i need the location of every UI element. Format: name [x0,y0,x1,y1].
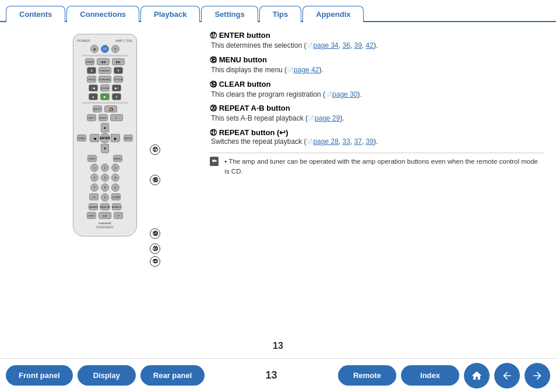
btn-amp[interactable]: A [111,45,119,53]
btn-6[interactable]: 6 [111,174,119,182]
remote-body: POWER AMP CTRL ⏻ CD A TUNER ◀◀ ▶▶ [73,34,137,236]
btn-search-next[interactable]: ▶▶ [112,58,125,65]
btn-search[interactable]: SEARCH [112,203,121,210]
btn-vol-down[interactable]: 🔉 [110,114,123,121]
link-21-1[interactable]: page 28 [313,137,338,146]
tab-playback[interactable]: Playback [140,6,200,22]
link-19-1[interactable]: page 30 [332,90,357,98]
btn-info[interactable]: INFO [87,114,96,121]
page-number: 13 [273,341,283,351]
dpad-up[interactable]: ▲ [101,123,109,132]
btn-mode[interactable]: MODE [124,135,133,142]
remote-row-bottom: DIMMER RANDOM SEARCH [77,203,133,210]
btn-play[interactable]: ▶ [100,93,110,100]
btn-disp[interactable]: DISP [87,212,96,219]
callout-20: ⑳ [150,243,160,254]
btn-plus10[interactable]: +10 [89,193,98,200]
btn-tuner[interactable]: TUNER [85,58,94,65]
btn-forward-icon[interactable] [525,363,550,389]
tab-tips[interactable]: Tips [259,6,302,22]
btn-index[interactable]: Index [401,365,459,386]
btn-8[interactable]: 8 [101,183,109,192]
remote-top-bar: POWER AMP CTRL [77,39,133,43]
btn-5[interactable]: 5 [101,174,109,182]
remote-row-num1: 1 2 3 [77,164,133,172]
entry-18-num: ⑱ [210,56,217,64]
btn-home[interactable]: HOME [77,135,86,142]
btn-home-icon[interactable] [464,363,490,389]
btn-search-prev[interactable]: ◀◀ [97,58,110,65]
link-21-2[interactable]: 33 [342,137,350,146]
dpad-right[interactable]: ▶ [111,134,120,142]
btn-front-panel[interactable]: Front panel [6,365,73,386]
btn-ch-up[interactable]: ⬆ [114,67,123,74]
button-descriptions: ⑰ ENTER button This determines the selec… [198,28,544,349]
remote-row-prev-menu: PREV MENU [77,155,133,162]
entry-20-desc: This sets A-B repeat playback (📄page 29)… [211,114,544,123]
entry-18-title: ⑱ MENU button [210,55,544,65]
callout-17: ⑰ [150,144,160,155]
btn-ch-down[interactable]: ⬇ [87,67,96,74]
link-18-1[interactable]: page 42 [294,66,319,74]
btn-display[interactable]: Display [78,365,136,386]
btn-9[interactable]: 9 [111,183,119,192]
btn-random[interactable]: RANDOM [100,203,110,210]
home-icon [471,370,483,382]
btn-remote[interactable]: Remote [338,365,396,386]
btn-dimmer[interactable]: DIMMER [89,203,98,210]
link-21-3[interactable]: 37 [354,137,362,146]
bottom-nav-right: Remote Index [338,363,556,389]
tab-connections[interactable]: Connections [66,6,139,22]
entry-21-label: REPEAT button (↩) [219,128,288,137]
btn-sound-mode[interactable]: SOUND [100,84,110,91]
btn-mute2[interactable]: MUTE [98,114,108,121]
link-17-3[interactable]: 39 [354,41,362,50]
btn-7[interactable]: 7 [90,183,98,192]
remote-row-4: PROG CHANNEL OPTION [77,76,133,83]
btn-preset[interactable]: PRESET [98,67,111,74]
callout-18: ⑱ [150,175,160,185]
btn-0[interactable]: 0 [101,193,109,202]
btn-mute[interactable]: 🔇 [104,105,117,112]
spacer [99,155,111,162]
btn-back-icon[interactable] [494,363,520,389]
btn-channel[interactable]: CHANNEL [98,76,111,83]
link-17-2[interactable]: 36 [342,41,350,50]
entry-21-title: ㉑ REPEAT button (↩) [210,128,544,137]
btn-power[interactable]: ⏻ [90,45,98,53]
tab-contents[interactable]: Contents [6,6,65,22]
link-21-4[interactable]: 39 [366,137,374,146]
btn-input[interactable]: INPUT [93,105,102,112]
tab-appendix[interactable]: Appendix [302,6,364,22]
page-link-icon-19: 📄 [325,91,332,98]
btn-1[interactable]: 1 [90,164,98,172]
link-17-1[interactable]: page 34 [313,41,338,50]
link-17-4[interactable]: 42 [366,41,374,50]
btn-next-track[interactable]: ▶| [112,84,121,91]
btn-option[interactable]: OPTION [114,76,123,83]
btn-4[interactable]: 4 [90,174,98,182]
btn-prog[interactable]: PROG [87,76,96,83]
btn-3[interactable]: 3 [111,164,119,172]
btn-2[interactable]: 2 [101,164,109,172]
btn-clear[interactable]: CLEAR [111,193,121,200]
btn-stop[interactable]: ■ [89,93,98,100]
dpad-left[interactable]: ◀ [90,134,99,142]
note-icon: ✏ [210,157,219,166]
dpad-down[interactable]: ▼ [101,144,109,153]
link-20-1[interactable]: page 29 [315,114,340,122]
entry-17-label: ENTER button [219,31,270,40]
btn-prev[interactable]: PREV [87,155,97,162]
btn-menu[interactable]: MENU [113,155,122,162]
btn-cd[interactable]: CD [101,45,109,53]
btn-rear-panel[interactable]: Rear panel [140,365,205,386]
entry-19: ⑲ CLEAR button This clears the program r… [210,80,544,100]
page-link-icon-18: 📄 [287,67,294,73]
dpad-enter[interactable]: ENTER [100,133,110,143]
remote-model-number: RC6001MCD [77,225,133,229]
tab-settings[interactable]: Settings [201,6,258,22]
btn-pause[interactable]: ⏸ [112,93,121,100]
btn-ab[interactable]: A-B [98,212,111,219]
btn-prev-track[interactable]: |◀ [89,84,98,91]
btn-repeat[interactable]: ↩ [114,212,123,219]
